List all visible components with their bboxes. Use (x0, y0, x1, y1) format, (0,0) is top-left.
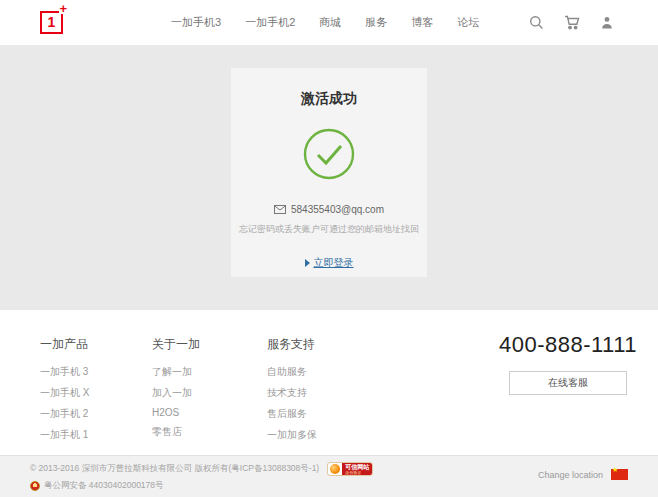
nav-item-forum[interactable]: 论坛 (457, 15, 479, 30)
footer-link-techsupport[interactable]: 技术支持 (267, 386, 379, 400)
change-location-link[interactable]: Change location (538, 470, 603, 480)
footer-link-oneplus1[interactable]: 一加手机 1 (40, 428, 152, 442)
trusted-site-logo-icon (330, 464, 340, 474)
location-block: Change location ★ (538, 469, 628, 480)
security-record-row: 粤公网安备 44030402000178号 (30, 480, 658, 492)
footer-link-oneplus3[interactable]: 一加手机 3 (40, 365, 152, 379)
nav-item-blog[interactable]: 博客 (411, 15, 433, 30)
footer-link-aftersale[interactable]: 售后服务 (267, 407, 379, 421)
footer-column-support: 服务支持 自助服务 技术支持 售后服务 一加加多保 (267, 336, 379, 449)
email-address: 584355403@qq.com (291, 204, 384, 215)
oneplus-logo[interactable]: 1 + (40, 11, 63, 34)
user-icon[interactable] (600, 15, 614, 30)
footer-link-selfservice[interactable]: 自助服务 (267, 365, 379, 379)
arrow-right-icon (305, 259, 310, 267)
cart-icon[interactable] (564, 15, 580, 30)
page: 1 + 一加手机3 一加手机2 商城 服务 博客 论坛 激活成功 (0, 0, 658, 497)
copyright-text: © 2013-2016 深圳市万普拉斯科技有限公司 版权所有(粤ICP备1308… (30, 463, 319, 475)
search-icon[interactable] (529, 15, 544, 30)
logo-digit: 1 (42, 14, 61, 30)
header: 1 + 一加手机3 一加手机2 商城 服务 博客 论坛 (0, 0, 658, 45)
activation-card: 激活成功 584355403@qq.com 忘记密码或丢失账户可通过您的邮箱地址… (231, 68, 427, 277)
flag-star: ★ (612, 466, 618, 474)
contact-block: 400-888-1111 在线客服 (494, 332, 642, 395)
footer-link-oneplusx[interactable]: 一加手机 X (40, 386, 152, 400)
card-title: 激活成功 (231, 68, 427, 108)
nav-item-service[interactable]: 服务 (365, 15, 387, 30)
security-record-link[interactable]: 粤公网安备 44030402000178号 (44, 480, 164, 492)
online-service-button[interactable]: 在线客服 (509, 371, 627, 395)
success-check-icon (231, 126, 427, 186)
footer-link-warranty[interactable]: 一加加多保 (267, 428, 379, 442)
footer: 一加产品 一加手机 3 一加手机 X 一加手机 2 一加手机 1 关于一加 了解… (0, 310, 658, 455)
recovery-hint: 忘记密码或丢失账户可通过您的邮箱地址找回 (231, 223, 427, 236)
nav-item-store[interactable]: 商城 (319, 15, 341, 30)
footer-link-join[interactable]: 加入一加 (152, 386, 267, 400)
footer-column-title: 关于一加 (152, 336, 267, 353)
footer-column-about: 关于一加 了解一加 加入一加 H2OS 零售店 (152, 336, 267, 449)
trusted-site-badge[interactable]: 可信网站 身份验证 (327, 462, 373, 476)
footer-column-products: 一加产品 一加手机 3 一加手机 X 一加手机 2 一加手机 1 (40, 336, 152, 449)
nav-item-oneplus3[interactable]: 一加手机3 (171, 15, 221, 30)
footer-link-learn[interactable]: 了解一加 (152, 365, 267, 379)
police-emblem-icon (30, 481, 40, 491)
header-icons (529, 15, 614, 30)
footer-link-h2os[interactable]: H2OS (152, 407, 267, 418)
footer-column-title: 服务支持 (267, 336, 379, 353)
footer-column-title: 一加产品 (40, 336, 152, 353)
trusted-site-sublabel: 身份验证 (345, 470, 369, 475)
footer-link-oneplus2[interactable]: 一加手机 2 (40, 407, 152, 421)
email-icon (274, 205, 286, 214)
china-flag-icon[interactable]: ★ (611, 469, 628, 480)
main-nav: 一加手机3 一加手机2 商城 服务 博客 论坛 (171, 15, 479, 30)
main-content: 激活成功 584355403@qq.com 忘记密码或丢失账户可通过您的邮箱地址… (0, 45, 658, 310)
email-row: 584355403@qq.com (231, 204, 427, 215)
login-now-link[interactable]: 立即登录 (305, 256, 354, 270)
login-now-label: 立即登录 (314, 256, 354, 270)
logo-plus: + (59, 4, 67, 14)
hotline-number: 400-888-1111 (494, 332, 642, 358)
bottom-bar: © 2013-2016 深圳市万普拉斯科技有限公司 版权所有(粤ICP备1308… (0, 455, 658, 497)
nav-item-oneplus2[interactable]: 一加手机2 (245, 15, 295, 30)
footer-link-retail[interactable]: 零售店 (152, 425, 267, 439)
